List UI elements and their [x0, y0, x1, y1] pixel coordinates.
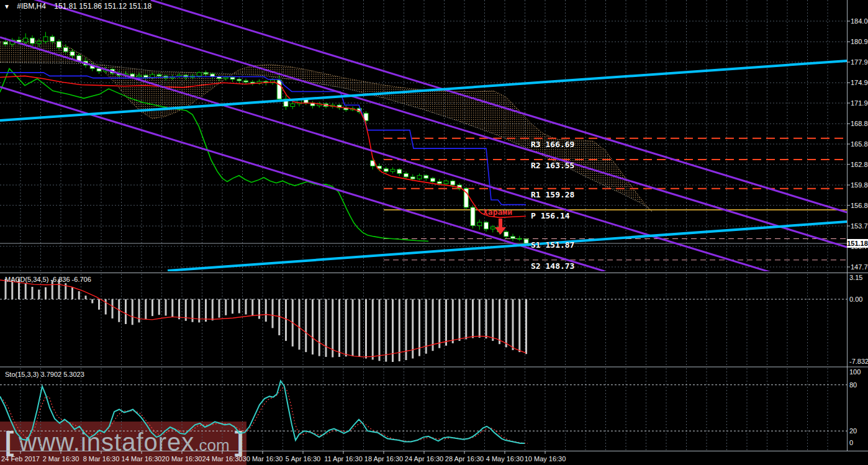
chart-window: [www.instaforex.com] R3 166.69R2 163.55R… — [0, 0, 868, 465]
macd-pane — [0, 278, 527, 362]
symbol-period-label: #IBM,H4 — [17, 2, 46, 11]
harami-annotation-text: Харами — [483, 207, 512, 217]
sto-signal-line — [3, 387, 528, 444]
descending-channel-3[interactable] — [0, 37, 847, 296]
descending-channel-1[interactable] — [151, 0, 847, 212]
ohlc-readout: 151.81 151.86 151.12 151.18 — [54, 2, 151, 11]
macd-indicator-label: MACD(5,34,5) -6.836 -6.706 — [5, 276, 91, 283]
price-chart-canvas[interactable] — [0, 0, 868, 465]
current-price-badge: 151.18 — [847, 239, 868, 248]
sto-indicator-label: Sto(15,3,3) 3.7902 5.3023 — [5, 371, 84, 378]
pivot-lines — [384, 138, 847, 260]
sto-pane — [0, 381, 528, 443]
symbol-dropdown-icon[interactable]: ▼ — [4, 3, 10, 10]
ascending-support-lower[interactable] — [168, 222, 847, 271]
price-pane — [0, 0, 847, 296]
grid-layer — [0, 0, 847, 450]
trendlines-layer[interactable] — [0, 0, 847, 296]
chart-title: ▼ #IBM,H4 151.81 151.86 151.12 151.18 — [4, 2, 151, 11]
